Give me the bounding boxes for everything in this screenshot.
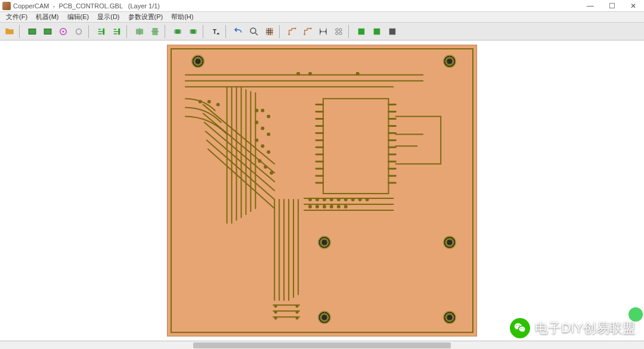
svg-text:T: T bbox=[213, 27, 217, 35]
app-icon bbox=[2, 2, 11, 10]
export1-icon[interactable] bbox=[354, 24, 369, 39]
svg-point-54 bbox=[344, 205, 348, 208]
menu-params[interactable]: 参数设置(P) bbox=[125, 12, 167, 22]
chip2-icon[interactable] bbox=[186, 24, 200, 39]
menu-file[interactable]: 文件(F) bbox=[2, 12, 31, 22]
svg-rect-21 bbox=[374, 28, 380, 35]
close-button[interactable]: ✕ bbox=[623, 0, 644, 12]
toolbar-separator bbox=[19, 25, 23, 38]
target-icon[interactable] bbox=[56, 24, 70, 39]
flip-v-icon[interactable] bbox=[148, 24, 162, 39]
svg-rect-1 bbox=[44, 29, 51, 34]
svg-point-13 bbox=[295, 27, 296, 29]
open-file-icon[interactable] bbox=[2, 24, 17, 39]
canvas-area[interactable] bbox=[0, 40, 644, 341]
svg-point-29 bbox=[261, 109, 264, 113]
toolbar-separator bbox=[88, 25, 92, 38]
layer2-icon[interactable] bbox=[41, 24, 55, 39]
titlebar: CopperCAM - PCB_CONTROL.GBL (Layer 1/1) … bbox=[0, 0, 644, 12]
horizontal-scrollbar[interactable] bbox=[0, 341, 644, 349]
svg-point-33 bbox=[267, 132, 270, 136]
undo-icon[interactable] bbox=[231, 24, 246, 39]
svg-point-62 bbox=[274, 317, 277, 320]
svg-rect-11 bbox=[266, 28, 273, 35]
align-left-icon[interactable] bbox=[94, 24, 109, 39]
toolbar-separator bbox=[225, 25, 229, 38]
svg-point-32 bbox=[261, 126, 264, 130]
svg-point-37 bbox=[258, 159, 261, 163]
svg-point-55 bbox=[296, 72, 300, 76]
toolbar-separator bbox=[348, 25, 352, 38]
svg-point-25 bbox=[199, 100, 202, 104]
zoom-icon[interactable] bbox=[247, 24, 261, 39]
svg-point-50 bbox=[315, 205, 319, 208]
menu-help[interactable]: 帮助(H) bbox=[168, 12, 197, 22]
mounting-hole bbox=[318, 311, 331, 324]
svg-point-44 bbox=[337, 198, 340, 201]
window-title: CopperCAM - PCB_CONTROL.GBL (Layer 1/1) bbox=[13, 2, 580, 10]
circle-icon[interactable] bbox=[72, 24, 86, 39]
layer1-icon[interactable] bbox=[25, 24, 39, 39]
svg-point-57 bbox=[356, 72, 360, 76]
svg-point-38 bbox=[264, 165, 267, 169]
menu-edit[interactable]: 编辑(E) bbox=[64, 12, 93, 22]
route1-icon[interactable] bbox=[285, 24, 299, 39]
svg-point-36 bbox=[267, 150, 270, 154]
svg-rect-6 bbox=[118, 28, 120, 35]
svg-point-3 bbox=[63, 30, 64, 32]
align-right-icon[interactable] bbox=[110, 24, 124, 39]
svg-point-58 bbox=[274, 305, 277, 308]
svg-point-12 bbox=[288, 33, 290, 35]
grid-icon[interactable] bbox=[262, 24, 277, 39]
svg-point-45 bbox=[344, 198, 348, 201]
export3-icon[interactable] bbox=[385, 24, 400, 39]
export2-icon[interactable] bbox=[370, 24, 384, 39]
svg-point-49 bbox=[308, 205, 312, 208]
svg-point-30 bbox=[267, 115, 270, 119]
svg-point-27 bbox=[216, 103, 220, 107]
svg-point-53 bbox=[337, 205, 340, 208]
svg-point-31 bbox=[255, 121, 258, 124]
svg-point-51 bbox=[323, 205, 326, 208]
drill-icon[interactable] bbox=[332, 24, 346, 39]
flip-h-icon[interactable] bbox=[132, 24, 147, 39]
svg-rect-22 bbox=[389, 28, 396, 35]
svg-point-39 bbox=[270, 171, 273, 174]
toolbar: T bbox=[0, 23, 644, 40]
mounting-hole bbox=[191, 55, 205, 68]
menu-machine[interactable]: 机器(M) bbox=[32, 12, 63, 22]
svg-point-60 bbox=[274, 311, 277, 314]
svg-rect-20 bbox=[358, 28, 365, 35]
menu-display[interactable]: 显示(D) bbox=[94, 12, 123, 22]
svg-rect-23 bbox=[171, 49, 473, 332]
svg-point-4 bbox=[76, 29, 82, 34]
toolbar-separator bbox=[165, 25, 168, 38]
text-icon[interactable]: T bbox=[209, 24, 223, 39]
svg-point-18 bbox=[336, 32, 339, 35]
svg-point-16 bbox=[336, 28, 339, 31]
menubar: 文件(F) 机器(M) 编辑(E) 显示(D) 参数设置(P) 帮助(H) bbox=[0, 12, 644, 23]
svg-point-28 bbox=[255, 109, 258, 113]
svg-point-17 bbox=[339, 28, 342, 31]
svg-rect-5 bbox=[103, 28, 104, 35]
toolbar-separator bbox=[126, 25, 130, 38]
chip-icon[interactable] bbox=[171, 24, 185, 39]
svg-point-19 bbox=[339, 32, 342, 35]
svg-point-43 bbox=[330, 198, 333, 201]
mounting-hole bbox=[443, 236, 456, 249]
svg-rect-24 bbox=[323, 99, 389, 194]
route2-icon[interactable] bbox=[301, 24, 315, 39]
svg-rect-7 bbox=[175, 29, 180, 34]
pcb-board bbox=[167, 45, 477, 336]
minimize-button[interactable]: — bbox=[580, 0, 601, 12]
svg-point-47 bbox=[358, 198, 362, 201]
pcb-traces bbox=[168, 45, 476, 336]
svg-point-41 bbox=[315, 198, 319, 201]
dims-icon[interactable] bbox=[316, 24, 330, 39]
maximize-button[interactable]: ☐ bbox=[601, 0, 623, 12]
svg-point-35 bbox=[261, 144, 264, 148]
window-controls: — ☐ ✕ bbox=[580, 0, 644, 12]
svg-point-40 bbox=[308, 198, 312, 201]
scrollbar-thumb[interactable] bbox=[193, 342, 451, 348]
mounting-hole bbox=[443, 55, 456, 68]
